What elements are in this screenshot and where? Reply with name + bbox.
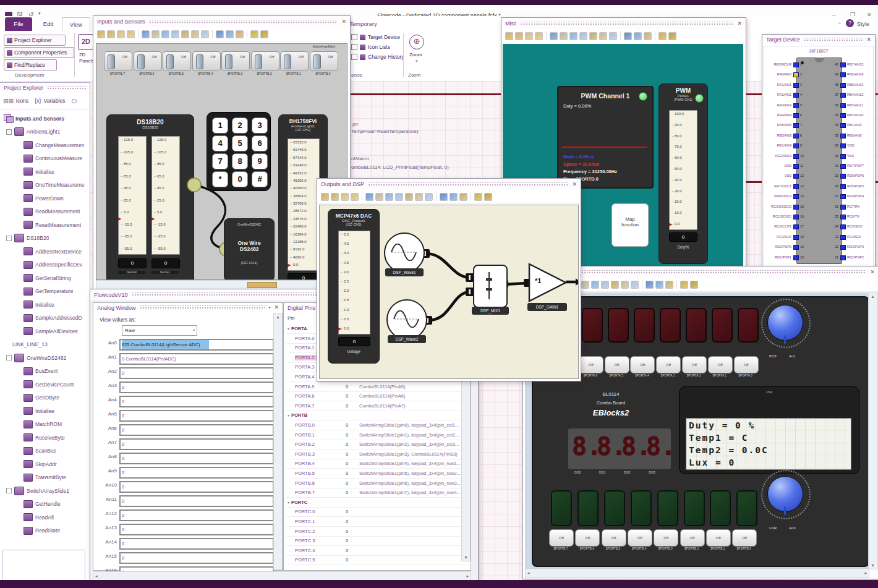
pin-indicator[interactable]: [793, 134, 799, 138]
tree-item-addressnextdevice[interactable]: AddressNextDevice: [2, 245, 90, 258]
toolbar-icon[interactable]: [658, 32, 667, 40]
toolbar-icon[interactable]: [611, 281, 619, 289]
port-a-button[interactable]: Off: [682, 356, 707, 373]
expander-icon[interactable]: -: [6, 488, 12, 493]
map-function-box[interactable]: Map function: [612, 203, 649, 247]
tree-item-initialise[interactable]: Initialise: [2, 165, 90, 179]
expander-icon[interactable]: ▾: [288, 413, 289, 417]
port-b-button[interactable]: Off: [680, 529, 705, 547]
analog-row-value[interactable]: 0 ComboBL0114(PotADC): [119, 353, 274, 365]
toolbar-icon[interactable]: [395, 193, 403, 201]
keypad-key-2[interactable]: 2: [232, 117, 248, 134]
pin-indicator[interactable]: [793, 154, 799, 159]
slider-marker[interactable]: ▶: [288, 263, 291, 267]
close-icon[interactable]: ✕: [274, 305, 279, 310]
tree-item-readmeasurement[interactable]: ReadMeasurement: [2, 205, 90, 219]
outputs-window-titlebar[interactable]: Outputs and DSP ✕: [317, 179, 581, 190]
port-a-button[interactable]: Off: [734, 356, 759, 373]
keypad-key-1[interactable]: 1: [212, 117, 228, 134]
zoom-icon[interactable]: ⊕: [409, 35, 424, 49]
toolbar-icon[interactable]: [236, 30, 244, 38]
toolbar-icon[interactable]: [609, 32, 617, 40]
slide-switch[interactable]: Off: [280, 51, 309, 71]
pin-indicator[interactable]: [840, 255, 846, 260]
port-a-button[interactable]: Off: [630, 356, 655, 373]
pin-indicator[interactable]: [840, 134, 846, 138]
tree-item-readall[interactable]: ReadAll: [2, 511, 90, 524]
toolbar-icon[interactable]: [505, 32, 513, 40]
toolbar-icon[interactable]: [151, 30, 160, 38]
toolbar-icon[interactable]: [385, 193, 393, 201]
misc-window-titlebar[interactable]: Misc ✕: [501, 18, 746, 29]
pin-indicator[interactable]: [840, 93, 846, 98]
pin-indicator[interactable]: [840, 235, 846, 240]
toolbar-icon[interactable]: [459, 193, 467, 201]
slide-switch[interactable]: Off: [251, 51, 279, 71]
analog-row-value[interactable]: 0: [119, 396, 274, 407]
digital-row-portb.0[interactable]: PORTB.00SwitchArraySlide1(pin0), keypad_…: [286, 420, 469, 430]
pin-indicator[interactable]: [840, 164, 846, 169]
toolbar-icon[interactable]: [450, 193, 458, 201]
port-b-button[interactable]: Off: [706, 529, 731, 547]
view-check-target-device[interactable]: Target Device: [351, 34, 404, 40]
pwm-slider-component[interactable]: PWM Pulse1 (PWM CH1) 100.090.080.070.060…: [658, 83, 708, 264]
analog-row-value[interactable]: 0: [119, 495, 274, 507]
analog-row-value[interactable]: 0: [119, 538, 274, 550]
toolbar-icon[interactable]: [589, 32, 597, 40]
digital-row-portb.5[interactable]: PORTB.50SwitchArraySlide1(pin5), keypad_…: [286, 469, 469, 479]
tree-item-skipaddr[interactable]: SkipAddr: [2, 458, 90, 471]
pin-indicator[interactable]: [793, 194, 799, 199]
toolbar-icon[interactable]: [341, 193, 349, 201]
close-icon[interactable]: ✕: [341, 19, 346, 25]
keypad-key-3[interactable]: 3: [252, 117, 268, 134]
toolbar-icon[interactable]: [668, 32, 676, 40]
bh1750-slider[interactable]: 65535.061440.057344.053248.049152.045056…: [288, 138, 320, 271]
toolbar-icon[interactable]: [646, 281, 654, 289]
ribbon-collapse-icon[interactable]: ^: [838, 21, 841, 27]
analog-row-value[interactable]: 0: [119, 438, 274, 450]
pin-indicator[interactable]: [840, 245, 846, 250]
tree-item-powerdown[interactable]: PowerDown: [2, 192, 90, 205]
project-explorer-button[interactable]: Project Explorer: [4, 35, 66, 46]
pin-indicator[interactable]: [840, 215, 846, 219]
outputs-canvas[interactable]: MCP47x6 DAC DAC_Output1 (I2C CH3) 5.04.5…: [319, 205, 579, 379]
pin-indicator[interactable]: [793, 143, 799, 148]
tree-item-inputs and sensors[interactable]: Inputs and Sensors: [2, 112, 90, 126]
switch-knob[interactable]: [166, 54, 174, 69]
expander-icon[interactable]: -: [6, 129, 12, 135]
toolbar-icon[interactable]: [634, 32, 642, 40]
scrollbar-thumb[interactable]: [247, 282, 277, 288]
toolbar-icon[interactable]: [621, 281, 629, 289]
tree-item-readstate[interactable]: ReadState: [2, 524, 90, 538]
slide-switch[interactable]: Off: [104, 51, 132, 71]
toolbar-icon[interactable]: [515, 32, 523, 40]
expander-icon[interactable]: ▾: [288, 500, 289, 505]
zoom-dropdown-icon[interactable]: ▾: [416, 59, 418, 64]
toolbar-icon[interactable]: [171, 30, 179, 38]
pwm-slider-track[interactable]: 100.090.080.070.060.050.040.030.020.010.…: [669, 110, 697, 230]
port-a-button[interactable]: Off: [605, 356, 629, 373]
toolbar-icon[interactable]: [351, 193, 359, 201]
analog-window-titlebar[interactable]: Analog Window ▪ ✕: [93, 303, 283, 312]
toolbar-icon[interactable]: [415, 193, 423, 201]
analog-row-value[interactable]: 0: [119, 524, 274, 535]
switch-knob[interactable]: [255, 54, 262, 69]
port-a-button[interactable]: Off: [579, 356, 603, 373]
digital-row-portc.4[interactable]: PORTC.40: [286, 546, 469, 556]
pin-indicator[interactable]: [793, 164, 799, 169]
slider-marker[interactable]: ▶: [118, 216, 121, 221]
digital-row-portb.1[interactable]: PORTB.10SwitchArraySlide1(pin1), keypad_…: [286, 430, 469, 440]
pin-indicator[interactable]: [840, 83, 846, 88]
expander-icon[interactable]: ▾: [288, 326, 289, 331]
pin-indicator[interactable]: [840, 224, 846, 229]
tree-item-getidbyte[interactable]: GetIDByte: [2, 391, 90, 405]
pin-indicator[interactable]: [793, 123, 799, 128]
slide-switch[interactable]: Off: [221, 51, 250, 71]
tab-file[interactable]: File: [5, 17, 32, 31]
toolbar-icon[interactable]: [550, 32, 558, 40]
inputs-window-titlebar[interactable]: Inputs and Sensors ✕: [93, 16, 350, 27]
toolbar-icon[interactable]: [535, 32, 543, 40]
toolbar-icon[interactable]: [440, 193, 448, 201]
tree-item-gettemperature[interactable]: GetTemperature: [2, 285, 90, 299]
keypad-key-6[interactable]: 6: [252, 135, 268, 151]
